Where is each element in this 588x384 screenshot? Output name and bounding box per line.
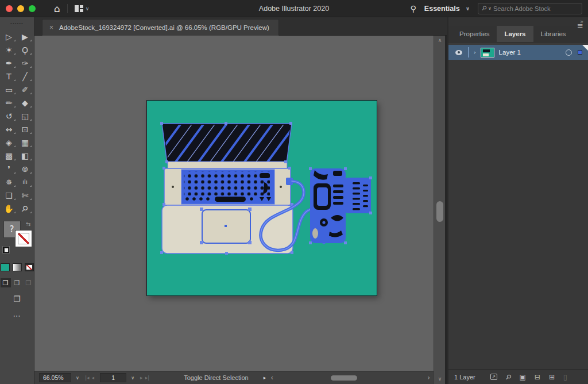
stroke-swatch[interactable] (15, 230, 32, 247)
scroll-right-icon[interactable]: › (427, 371, 430, 384)
new-layer-icon[interactable]: ⊞ (549, 373, 555, 381)
previous-artboard-button[interactable]: ◂ (92, 375, 95, 381)
home-icon[interactable]: ⌂ (54, 3, 60, 14)
tool-type[interactable]: T (1, 70, 17, 83)
tool-rectangle[interactable]: ▭ (1, 83, 17, 96)
tool-gradient[interactable]: ◧ (17, 149, 33, 162)
tool-scale[interactable]: ◱ (17, 109, 33, 122)
scroll-up-icon[interactable]: ∧ (434, 37, 446, 43)
tab-layers[interactable]: Layers (497, 26, 533, 42)
artboard-chevron-icon[interactable]: ∨ (126, 373, 139, 382)
horizontal-scroll-thumb[interactable] (331, 375, 357, 381)
minimize-window-button[interactable] (17, 5, 24, 12)
tool-rotate[interactable]: ↺ (1, 109, 17, 122)
swap-fill-stroke-icon[interactable]: ⇆ (26, 221, 30, 227)
canvas[interactable] (34, 36, 434, 371)
tool-perspective-grid[interactable]: ▦ (17, 136, 33, 149)
default-fill-stroke-icon[interactable] (2, 246, 10, 254)
artboard-number-field[interactable]: 1 (100, 373, 126, 382)
tool-curvature-pen[interactable]: ✑ (17, 56, 33, 70)
color-buttons (1, 263, 34, 271)
tool-selection[interactable]: ▷ (1, 30, 17, 43)
tool-zoom[interactable]: ⚲ (17, 202, 33, 215)
panel-menu-icon[interactable]: ≡ (577, 21, 583, 30)
gradient-swatch[interactable] (13, 263, 22, 271)
chevron-down-icon[interactable]: ∨ (86, 6, 90, 11)
zoom-chevron-icon[interactable]: ∨ (71, 373, 84, 382)
tool-paintbrush[interactable]: ✐ (17, 83, 33, 96)
fill-color-swatch[interactable] (1, 263, 10, 271)
tool-hand[interactable]: ✋ (1, 202, 17, 215)
tool-shape-builder[interactable]: ◈ (1, 136, 17, 149)
target-circle-icon[interactable] (566, 49, 572, 56)
tool-eraser[interactable]: ◆ (17, 96, 33, 109)
scroll-left-icon[interactable]: ‹ (270, 371, 273, 384)
tool-line-segment[interactable]: ╱ (17, 70, 33, 83)
draw-normal-button[interactable]: ❒ (1, 278, 11, 287)
layers-panel-footer: 1 Layer ↗⚲▣⊟⊞▯ (448, 369, 588, 384)
tool-mesh[interactable]: ▩ (1, 149, 17, 162)
tab-libraries[interactable]: Libraries (533, 26, 574, 42)
fill-stroke-control: ? ⇆ (2, 221, 32, 256)
tool-free-transform[interactable]: ⊡ (17, 122, 33, 136)
close-tab-icon[interactable]: × (49, 24, 53, 32)
vertical-scrollbar[interactable]: ∧ ∨ (434, 36, 445, 384)
chevron-down-icon: ∨ (466, 6, 470, 11)
selection-color-indicator[interactable] (578, 50, 582, 55)
horizontal-scrollbar[interactable]: ‹ › (269, 371, 431, 384)
make-clipping-mask-icon[interactable]: ▣ (520, 373, 526, 381)
expand-layer-icon[interactable]: › (474, 49, 476, 55)
artboard[interactable] (147, 101, 377, 295)
artwork-laptop[interactable] (150, 121, 297, 255)
layer-row[interactable]: › Layer 1 (448, 45, 588, 60)
tool-blend[interactable]: ⊚ (17, 162, 33, 175)
panel-grip[interactable]: •••••• (10, 22, 24, 25)
document-tabbar: × AdobeStock_169324972 [Converted].ai @ … (34, 17, 447, 36)
chevron-down-icon[interactable]: ∨ (488, 6, 492, 11)
workspace-switcher[interactable]: Essentials ∨ (424, 5, 470, 13)
document-tab[interactable]: × AdobeStock_169324972 [Converted].ai @ … (42, 19, 279, 36)
tool-artboard[interactable]: ❏ (1, 189, 17, 202)
vertical-scroll-thumb[interactable] (436, 201, 443, 222)
tool-slice[interactable]: ✄ (17, 189, 33, 202)
tool-symbol-sprayer[interactable]: ✵ (1, 175, 17, 189)
next-artboard-button[interactable]: ▸ (140, 375, 143, 381)
close-window-button[interactable] (6, 5, 13, 12)
status-display[interactable]: Toggle Direct Selection ▸ (184, 374, 266, 381)
fullscreen-window-button[interactable] (29, 5, 36, 12)
last-artboard-button[interactable]: ▸| (145, 375, 150, 381)
draw-inside-button[interactable]: ❒ (24, 278, 34, 287)
arrange-documents-icon[interactable] (75, 5, 83, 12)
tab-properties[interactable]: Properties (452, 26, 497, 42)
tool-magic-wand[interactable]: ✶ (1, 43, 17, 56)
document-title: AdobeStock_169324972 [Converted].ai @ 66… (59, 24, 269, 31)
tool-pencil[interactable]: ✏ (1, 96, 17, 109)
draw-behind-button[interactable]: ❒ (12, 278, 22, 287)
tool-pen[interactable]: ✒ (1, 56, 17, 70)
none-swatch[interactable] (25, 263, 34, 271)
scroll-down-icon[interactable]: ∨ (434, 376, 446, 382)
tool-lasso[interactable]: Ϙ (17, 43, 33, 56)
status-text: Toggle Direct Selection (184, 374, 249, 381)
screen-mode-button[interactable]: ❐ (13, 294, 21, 304)
visibility-eye-icon[interactable] (455, 50, 462, 55)
panel-resize-notch[interactable] (582, 45, 588, 51)
edit-toolbar-button[interactable]: ⋯ (13, 312, 21, 320)
collect-for-export-icon[interactable]: ↗ (490, 374, 497, 380)
zoom-level-field[interactable]: 66.05% (39, 373, 71, 382)
first-artboard-button[interactable]: |◂ (85, 375, 90, 381)
tool-direct-selection[interactable]: ▶ (17, 30, 33, 43)
new-sublayer-icon[interactable]: ⊟ (535, 373, 540, 381)
status-flyout-icon[interactable]: ▸ (264, 375, 266, 381)
tool-eyedropper[interactable]: ❜ (1, 162, 17, 175)
layer-count: 1 Layer (454, 374, 475, 381)
layer-thumbnail (481, 48, 494, 57)
delete-layer-icon[interactable]: ▯ (563, 373, 567, 381)
menubar: ⌂ ∨ Adobe Illustrator 2020 ⚲ Essentials … (0, 0, 588, 17)
layers-panel-body[interactable] (448, 60, 588, 369)
tool-column-graph[interactable]: ılı (17, 175, 33, 189)
locate-object-icon[interactable]: ⚲ (504, 372, 513, 381)
tool-width[interactable]: ↭ (1, 122, 17, 136)
search-input[interactable] (493, 5, 578, 12)
discover-icon[interactable]: ⚲ (411, 4, 416, 13)
